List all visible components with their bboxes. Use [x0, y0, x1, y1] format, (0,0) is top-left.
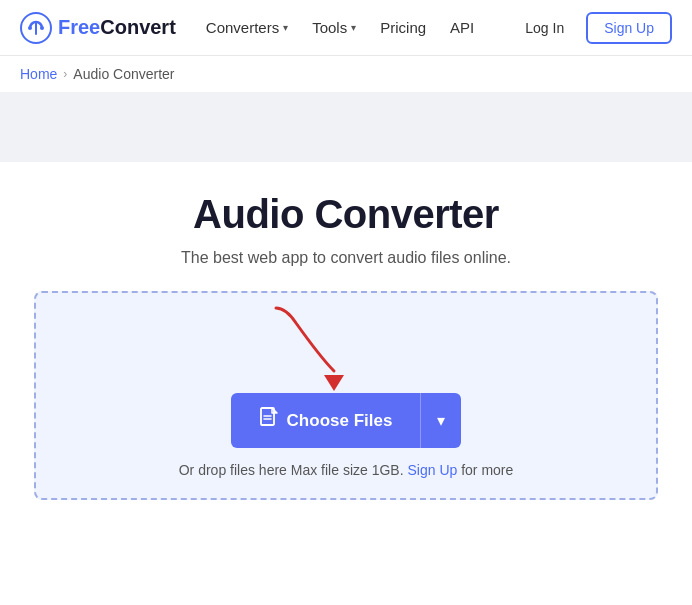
logo-icon [20, 12, 52, 44]
breadcrumb-current: Audio Converter [73, 66, 174, 82]
nav-tools[interactable]: Tools ▾ [302, 13, 366, 42]
arrow-container [56, 323, 636, 383]
breadcrumb: Home › Audio Converter [0, 56, 692, 92]
choose-files-button[interactable]: Choose Files [231, 393, 421, 448]
arrow-icon [266, 303, 386, 393]
page-subtitle: The best web app to convert audio files … [20, 249, 672, 267]
login-button[interactable]: Log In [511, 14, 578, 42]
nav-api[interactable]: API [440, 13, 484, 42]
logo-text: FreeConvert [58, 16, 176, 39]
hero-banner [0, 92, 692, 162]
svg-marker-3 [324, 375, 344, 391]
svg-point-2 [40, 26, 44, 30]
breadcrumb-home-link[interactable]: Home [20, 66, 57, 82]
logo[interactable]: FreeConvert [20, 12, 176, 44]
tools-chevron-icon: ▾ [351, 22, 356, 33]
nav-auth: Log In Sign Up [511, 12, 672, 44]
dropdown-button[interactable]: ▾ [420, 393, 461, 448]
converters-chevron-icon: ▾ [283, 22, 288, 33]
upload-section: Choose Files ▾ Or drop files here Max fi… [34, 291, 658, 500]
svg-point-1 [28, 26, 32, 30]
file-icon [259, 407, 279, 434]
nav-pricing[interactable]: Pricing [370, 13, 436, 42]
page-title: Audio Converter [20, 192, 672, 237]
signup-button[interactable]: Sign Up [586, 12, 672, 44]
dropdown-chevron-icon: ▾ [437, 411, 445, 430]
breadcrumb-separator: › [63, 67, 67, 81]
navbar: FreeConvert Converters ▾ Tools ▾ Pricing… [0, 0, 692, 56]
main-content: Audio Converter The best web app to conv… [0, 162, 692, 520]
drop-hint: Or drop files here Max file size 1GB. Si… [179, 462, 514, 478]
choose-files-label: Choose Files [287, 411, 393, 431]
nav-links: Converters ▾ Tools ▾ Pricing API [196, 13, 503, 42]
drop-signup-link[interactable]: Sign Up [407, 462, 457, 478]
choose-files-row: Choose Files ▾ [231, 393, 462, 448]
nav-converters[interactable]: Converters ▾ [196, 13, 298, 42]
